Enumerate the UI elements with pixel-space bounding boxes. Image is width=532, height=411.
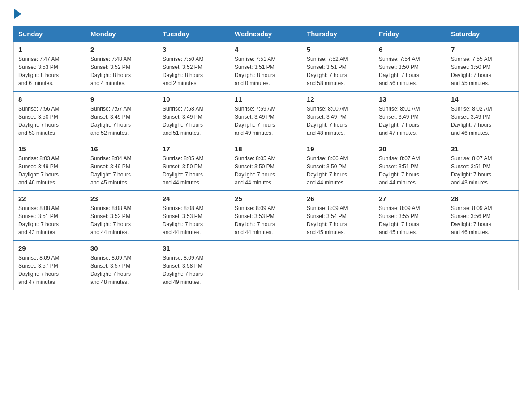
calendar-cell: 21 Sunrise: 8:07 AMSunset: 3:51 PMDaylig… bbox=[446, 141, 519, 191]
day-info: Sunrise: 7:58 AMSunset: 3:49 PMDaylight:… bbox=[163, 105, 225, 137]
calendar-cell: 10 Sunrise: 7:58 AMSunset: 3:49 PMDaylig… bbox=[158, 91, 230, 141]
calendar-cell: 3 Sunrise: 7:50 AMSunset: 3:52 PMDayligh… bbox=[158, 42, 230, 91]
calendar-cell: 23 Sunrise: 8:08 AMSunset: 3:52 PMDaylig… bbox=[86, 191, 158, 240]
calendar-cell: 11 Sunrise: 7:59 AMSunset: 3:49 PMDaylig… bbox=[230, 91, 302, 141]
day-info: Sunrise: 7:56 AMSunset: 3:50 PMDaylight:… bbox=[18, 105, 81, 137]
day-info: Sunrise: 8:09 AMSunset: 3:54 PMDaylight:… bbox=[307, 204, 369, 236]
day-number: 11 bbox=[235, 95, 297, 103]
day-number: 23 bbox=[90, 195, 153, 202]
calendar-cell: 8 Sunrise: 7:56 AMSunset: 3:50 PMDayligh… bbox=[14, 91, 86, 141]
day-info: Sunrise: 8:07 AMSunset: 3:51 PMDaylight:… bbox=[379, 154, 442, 187]
day-info: Sunrise: 7:51 AMSunset: 3:51 PMDaylight:… bbox=[235, 55, 297, 87]
day-info: Sunrise: 8:04 AMSunset: 3:49 PMDaylight:… bbox=[90, 154, 153, 187]
calendar-cell: 1 Sunrise: 7:47 AMSunset: 3:53 PMDayligh… bbox=[14, 42, 86, 91]
header-wednesday: Wednesday bbox=[230, 26, 302, 42]
day-info: Sunrise: 8:09 AMSunset: 3:57 PMDaylight:… bbox=[90, 254, 153, 286]
day-number: 9 bbox=[90, 95, 153, 103]
calendar-cell bbox=[230, 240, 302, 290]
calendar-cell: 6 Sunrise: 7:54 AMSunset: 3:50 PMDayligh… bbox=[374, 42, 446, 91]
logo-triangle-icon bbox=[14, 9, 21, 19]
header-sunday: Sunday bbox=[14, 26, 86, 42]
day-info: Sunrise: 8:08 AMSunset: 3:53 PMDaylight:… bbox=[163, 204, 225, 236]
calendar-cell: 2 Sunrise: 7:48 AMSunset: 3:52 PMDayligh… bbox=[86, 42, 158, 91]
day-number: 28 bbox=[451, 195, 514, 202]
calendar-header-row: SundayMondayTuesdayWednesdayThursdayFrid… bbox=[14, 26, 519, 42]
day-number: 30 bbox=[90, 244, 153, 252]
day-number: 22 bbox=[18, 195, 81, 202]
day-number: 6 bbox=[379, 46, 442, 53]
calendar-cell: 14 Sunrise: 8:02 AMSunset: 3:49 PMDaylig… bbox=[446, 91, 519, 141]
day-info: Sunrise: 8:09 AMSunset: 3:53 PMDaylight:… bbox=[235, 204, 297, 236]
header-thursday: Thursday bbox=[302, 26, 374, 42]
logo bbox=[13, 9, 21, 18]
day-info: Sunrise: 7:50 AMSunset: 3:52 PMDaylight:… bbox=[163, 55, 225, 87]
day-info: Sunrise: 7:47 AMSunset: 3:53 PMDaylight:… bbox=[18, 55, 81, 87]
day-number: 8 bbox=[18, 95, 81, 103]
calendar-cell: 4 Sunrise: 7:51 AMSunset: 3:51 PMDayligh… bbox=[230, 42, 302, 91]
calendar-cell: 28 Sunrise: 8:09 AMSunset: 3:56 PMDaylig… bbox=[446, 191, 519, 240]
day-info: Sunrise: 8:08 AMSunset: 3:52 PMDaylight:… bbox=[90, 204, 153, 236]
day-number: 1 bbox=[18, 46, 81, 53]
day-number: 3 bbox=[163, 46, 225, 53]
day-number: 13 bbox=[379, 95, 442, 103]
calendar-cell: 7 Sunrise: 7:55 AMSunset: 3:50 PMDayligh… bbox=[446, 42, 519, 91]
calendar-cell: 17 Sunrise: 8:05 AMSunset: 3:50 PMDaylig… bbox=[158, 141, 230, 191]
day-info: Sunrise: 8:05 AMSunset: 3:50 PMDaylight:… bbox=[163, 154, 225, 187]
day-info: Sunrise: 7:54 AMSunset: 3:50 PMDaylight:… bbox=[379, 55, 442, 87]
day-number: 5 bbox=[307, 46, 369, 53]
day-info: Sunrise: 7:59 AMSunset: 3:49 PMDaylight:… bbox=[235, 105, 297, 137]
day-number: 19 bbox=[307, 145, 369, 153]
day-number: 12 bbox=[307, 95, 369, 103]
week-row-5: 29 Sunrise: 8:09 AMSunset: 3:57 PMDaylig… bbox=[14, 240, 519, 290]
day-info: Sunrise: 7:52 AMSunset: 3:51 PMDaylight:… bbox=[307, 55, 369, 87]
day-info: Sunrise: 8:05 AMSunset: 3:50 PMDaylight:… bbox=[235, 154, 297, 187]
day-number: 29 bbox=[18, 244, 81, 252]
day-number: 26 bbox=[307, 195, 369, 202]
day-info: Sunrise: 8:01 AMSunset: 3:49 PMDaylight:… bbox=[379, 105, 442, 137]
day-info: Sunrise: 8:03 AMSunset: 3:49 PMDaylight:… bbox=[18, 154, 81, 187]
calendar-cell: 18 Sunrise: 8:05 AMSunset: 3:50 PMDaylig… bbox=[230, 141, 302, 191]
calendar-cell: 20 Sunrise: 8:07 AMSunset: 3:51 PMDaylig… bbox=[374, 141, 446, 191]
calendar-cell bbox=[374, 240, 446, 290]
calendar-cell: 27 Sunrise: 8:09 AMSunset: 3:55 PMDaylig… bbox=[374, 191, 446, 240]
day-number: 7 bbox=[451, 46, 514, 53]
day-info: Sunrise: 8:09 AMSunset: 3:56 PMDaylight:… bbox=[451, 204, 514, 236]
day-info: Sunrise: 8:02 AMSunset: 3:49 PMDaylight:… bbox=[451, 105, 514, 137]
day-info: Sunrise: 7:57 AMSunset: 3:49 PMDaylight:… bbox=[90, 105, 153, 137]
calendar-cell: 5 Sunrise: 7:52 AMSunset: 3:51 PMDayligh… bbox=[302, 42, 374, 91]
week-row-1: 1 Sunrise: 7:47 AMSunset: 3:53 PMDayligh… bbox=[14, 42, 519, 91]
day-number: 14 bbox=[451, 95, 514, 103]
calendar-cell: 12 Sunrise: 8:00 AMSunset: 3:49 PMDaylig… bbox=[302, 91, 374, 141]
day-info: Sunrise: 8:00 AMSunset: 3:49 PMDaylight:… bbox=[307, 105, 369, 137]
calendar-cell: 31 Sunrise: 8:09 AMSunset: 3:58 PMDaylig… bbox=[158, 240, 230, 290]
calendar-cell: 24 Sunrise: 8:08 AMSunset: 3:53 PMDaylig… bbox=[158, 191, 230, 240]
calendar-cell: 22 Sunrise: 8:08 AMSunset: 3:51 PMDaylig… bbox=[14, 191, 86, 240]
header-monday: Monday bbox=[86, 26, 158, 42]
calendar-cell: 15 Sunrise: 8:03 AMSunset: 3:49 PMDaylig… bbox=[14, 141, 86, 191]
calendar-cell: 9 Sunrise: 7:57 AMSunset: 3:49 PMDayligh… bbox=[86, 91, 158, 141]
day-number: 31 bbox=[163, 244, 225, 252]
week-row-2: 8 Sunrise: 7:56 AMSunset: 3:50 PMDayligh… bbox=[14, 91, 519, 141]
header-friday: Friday bbox=[374, 26, 446, 42]
calendar-cell: 26 Sunrise: 8:09 AMSunset: 3:54 PMDaylig… bbox=[302, 191, 374, 240]
calendar-cell bbox=[446, 240, 519, 290]
day-info: Sunrise: 8:08 AMSunset: 3:51 PMDaylight:… bbox=[18, 204, 81, 236]
day-info: Sunrise: 8:09 AMSunset: 3:55 PMDaylight:… bbox=[379, 204, 442, 236]
day-number: 16 bbox=[90, 145, 153, 153]
calendar-cell: 13 Sunrise: 8:01 AMSunset: 3:49 PMDaylig… bbox=[374, 91, 446, 141]
day-number: 4 bbox=[235, 46, 297, 53]
calendar-cell: 16 Sunrise: 8:04 AMSunset: 3:49 PMDaylig… bbox=[86, 141, 158, 191]
day-number: 2 bbox=[90, 46, 153, 53]
calendar-cell: 25 Sunrise: 8:09 AMSunset: 3:53 PMDaylig… bbox=[230, 191, 302, 240]
week-row-3: 15 Sunrise: 8:03 AMSunset: 3:49 PMDaylig… bbox=[14, 141, 519, 191]
header-saturday: Saturday bbox=[446, 26, 519, 42]
calendar-cell: 30 Sunrise: 8:09 AMSunset: 3:57 PMDaylig… bbox=[86, 240, 158, 290]
day-info: Sunrise: 8:09 AMSunset: 3:57 PMDaylight:… bbox=[18, 254, 81, 286]
calendar-cell bbox=[302, 240, 374, 290]
calendar-cell: 19 Sunrise: 8:06 AMSunset: 3:50 PMDaylig… bbox=[302, 141, 374, 191]
page-header bbox=[13, 9, 519, 18]
day-info: Sunrise: 7:48 AMSunset: 3:52 PMDaylight:… bbox=[90, 55, 153, 87]
day-info: Sunrise: 7:55 AMSunset: 3:50 PMDaylight:… bbox=[451, 55, 514, 87]
day-number: 20 bbox=[379, 145, 442, 153]
day-info: Sunrise: 8:09 AMSunset: 3:58 PMDaylight:… bbox=[163, 254, 225, 286]
